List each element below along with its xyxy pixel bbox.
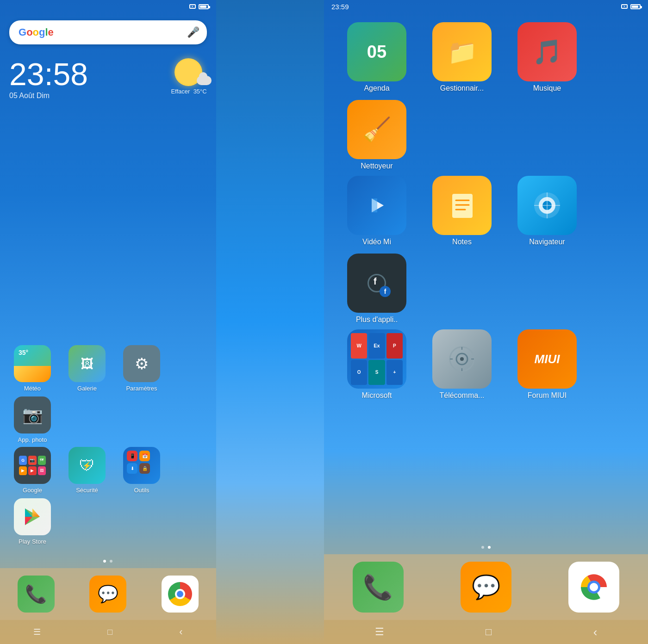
left-status-icons — [189, 4, 209, 9]
app-agenda[interactable]: 05 Agenda — [338, 22, 416, 93]
agenda-icon: 05 — [347, 22, 406, 81]
left-dock: 📞 💬 — [0, 568, 216, 620]
weather-info: Effacer 35°C — [171, 88, 206, 95]
telecomma-label: Télécomma... — [440, 391, 485, 400]
app-galerie[interactable]: 🖼 Galerie — [62, 345, 112, 392]
navigateur-icon — [517, 176, 577, 235]
outils-icon: 📱 📅 ⬇ 🔒 — [123, 447, 160, 484]
app-microsoft[interactable]: W Ex P O S + Microsoft — [338, 329, 416, 400]
right-phone-screen: 23:59 05 Agenda 📁 Gestionnair... 🎵 — [324, 0, 648, 644]
right-nav-menu[interactable]: ☰ — [375, 626, 384, 638]
app-google[interactable]: G 📷 🗺 ▶ ▶ 🖼 Google — [7, 447, 57, 494]
plus-icon: f f — [347, 254, 406, 313]
meteo-icon: 35° — [14, 345, 51, 382]
galerie-icon: 🖼 — [69, 345, 106, 382]
right-dot-2 — [488, 546, 491, 549]
app-meteo[interactable]: 35° Météo — [7, 345, 57, 392]
google-folder-icon: G 📷 🗺 ▶ ▶ 🖼 — [14, 447, 51, 484]
google-label: Google — [23, 487, 42, 494]
dock-phone[interactable]: 📞 — [18, 576, 55, 613]
weather-clear: Effacer — [171, 88, 190, 95]
weather-temp: 35°C — [193, 88, 207, 95]
microsoft-icon: W Ex P O S + — [347, 329, 406, 389]
notes-icon — [432, 176, 492, 235]
app-playstore[interactable]: Play Store — [7, 498, 57, 545]
navigateur-label: Navigateur — [529, 238, 565, 246]
musique-icon: 🎵 — [517, 22, 577, 81]
dot-1 — [103, 560, 106, 563]
app-securite[interactable]: 🛡 ⚡ Sécurité — [62, 447, 112, 494]
app-plus[interactable]: f f Plus d'appli.. — [338, 254, 416, 324]
forum-icon: MIUI — [517, 329, 577, 389]
notes-label: Notes — [452, 238, 472, 246]
google-search-bar[interactable]: Google 🎤 — [9, 20, 207, 44]
nav-home[interactable]: □ — [107, 627, 112, 637]
right-dot-1 — [481, 546, 484, 549]
svg-rect-6 — [452, 194, 473, 218]
app-musique[interactable]: 🎵 Musique — [508, 22, 586, 93]
right-apps-row1: 05 Agenda 📁 Gestionnair... 🎵 Musique 🧹 N… — [324, 13, 648, 174]
left-nav-bar: ☰ □ ‹ — [0, 620, 216, 644]
app-parametres[interactable]: ⚙ Paramètres — [117, 345, 167, 392]
app-notes[interactable]: Notes — [423, 176, 501, 246]
left-page-dots — [0, 554, 216, 568]
clock-left: 23:58 05 Août Dim — [9, 58, 88, 100]
right-screen-icon — [621, 4, 628, 9]
securite-label: Sécurité — [76, 487, 98, 494]
photo-icon: 📷 — [14, 396, 51, 433]
agenda-label: Agenda — [364, 84, 389, 93]
playstore-icon — [14, 498, 51, 535]
right-dock: 📞 💬 — [324, 554, 648, 620]
photo-label: App. photo — [18, 436, 47, 443]
right-status-icons — [621, 4, 641, 9]
video-label: Vidéo Mi — [362, 238, 391, 246]
clock-time: 23:58 — [9, 58, 88, 90]
left-status-bar — [0, 0, 216, 13]
app-outils[interactable]: 📱 📅 ⬇ 🔒 Outils — [117, 447, 167, 494]
parametres-label: Paramètres — [126, 385, 157, 392]
right-nav-bar: ☰ □ ‹ — [324, 620, 648, 644]
plus-label: Plus d'appli.. — [356, 316, 398, 324]
right-apps-row2: Vidéo Mi Notes — [324, 174, 648, 328]
video-icon — [347, 176, 406, 235]
clock-date: 05 Août Dim — [9, 92, 88, 100]
svg-point-24 — [590, 583, 598, 591]
app-nettoyeur[interactable]: 🧹 Nettoyeur — [338, 100, 416, 170]
weather-cloud-icon — [197, 76, 212, 85]
right-dock-phone[interactable]: 📞 — [353, 562, 404, 613]
mic-icon[interactable]: 🎤 — [187, 26, 199, 38]
app-video[interactable]: Vidéo Mi — [338, 176, 416, 246]
right-status-bar: 23:59 — [324, 0, 648, 13]
dock-chrome[interactable] — [162, 576, 199, 613]
forum-label: Forum MIUI — [528, 391, 567, 400]
google-logo: Google — [19, 26, 54, 38]
screen-icon — [189, 4, 196, 9]
outils-label: Outils — [134, 487, 149, 494]
microsoft-label: Microsoft — [362, 391, 392, 400]
securite-icon: 🛡 ⚡ — [69, 447, 106, 484]
parametres-icon: ⚙ — [123, 345, 160, 382]
right-dock-messages[interactable]: 💬 — [461, 562, 511, 613]
nav-back[interactable]: ‹ — [179, 626, 182, 638]
nettoyeur-icon: 🧹 — [347, 100, 406, 159]
right-nav-home[interactable]: □ — [486, 626, 492, 638]
gestionnaire-label: Gestionnair... — [440, 84, 484, 93]
miui-text: MIUI — [535, 352, 560, 366]
screen-divider — [216, 0, 324, 644]
dock-messages[interactable]: 💬 — [89, 576, 126, 613]
meteo-label: Météo — [24, 385, 41, 392]
dot-2 — [110, 560, 112, 563]
right-nav-back[interactable]: ‹ — [593, 625, 598, 639]
nettoyeur-label: Nettoyeur — [361, 162, 393, 170]
app-gestionnaire[interactable]: 📁 Gestionnair... — [423, 22, 501, 93]
app-forum[interactable]: MIUI Forum MIUI — [508, 329, 586, 400]
right-dock-chrome[interactable] — [568, 562, 619, 613]
app-telecomma[interactable]: Télécomma... — [423, 329, 501, 400]
nav-menu[interactable]: ☰ — [33, 627, 41, 637]
right-apps-row3: W Ex P O S + Microsoft — [324, 328, 648, 409]
svg-point-17 — [460, 357, 464, 361]
weather-widget: Effacer 35°C — [171, 58, 206, 95]
app-photo[interactable]: 📷 App. photo — [7, 396, 57, 443]
gestionnaire-icon: 📁 — [432, 22, 492, 81]
app-navigateur[interactable]: Navigateur — [508, 176, 586, 246]
